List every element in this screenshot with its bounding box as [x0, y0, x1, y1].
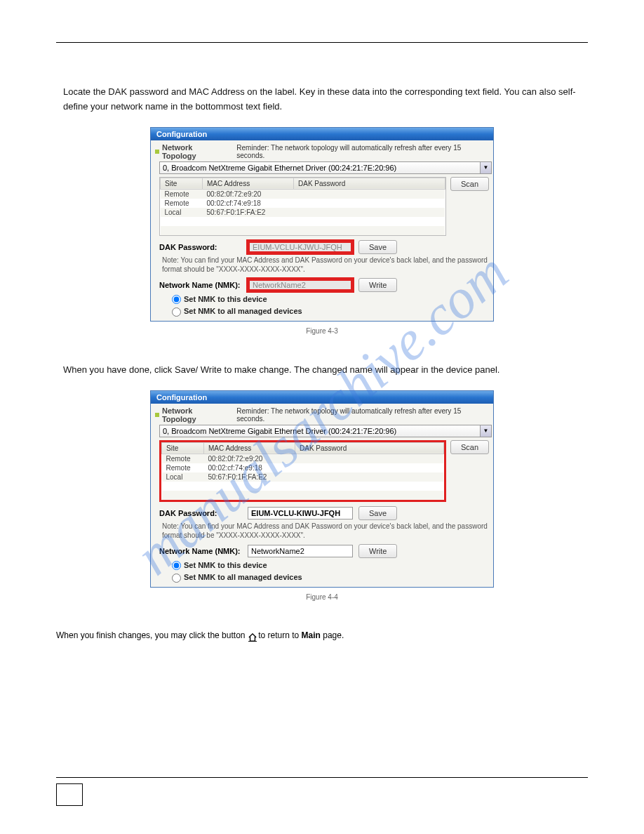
- table-row[interactable]: Remote 00:02:cf:74:e9:18: [162, 463, 444, 472]
- reminder-text: Reminder: The network topology will auto…: [236, 407, 489, 423]
- dropdown-value: 0, Broadcom NetXtreme Gigabit Ethernet D…: [163, 427, 396, 435]
- table-row[interactable]: Local 50:67:F0:1F:FA:E2: [161, 208, 445, 217]
- radio-set-all-devices[interactable]: Set NMK to all managed devices: [172, 573, 489, 583]
- topology-label: Network Topology: [162, 406, 228, 423]
- dak-note: Note: You can find your MAC Address and …: [162, 256, 489, 274]
- nmk-input[interactable]: [248, 279, 353, 291]
- col-mac: MAC Address: [203, 178, 294, 189]
- dak-password-input[interactable]: [248, 507, 353, 519]
- write-button[interactable]: Write: [358, 278, 397, 292]
- intro-paragraph-1: Locate the DAK password and MAC Address …: [63, 85, 581, 114]
- device-table-highlighted[interactable]: Site MAC Address DAK Password Remote 00:…: [159, 440, 446, 502]
- adapter-dropdown[interactable]: 0, Broadcom NetXtreme Gigabit Ethernet D…: [159, 425, 492, 437]
- radio-set-all-devices[interactable]: Set NMK to all managed devices: [172, 307, 489, 317]
- nmk-label: Network Name (NMK):: [159, 547, 242, 555]
- scan-button[interactable]: Scan: [450, 440, 489, 454]
- radio-this-device[interactable]: [172, 295, 181, 304]
- radio-this-device[interactable]: [172, 561, 181, 570]
- col-site: Site: [161, 178, 203, 189]
- window-titlebar: Configuration: [151, 128, 493, 140]
- footer-paragraph: When you finish changes, you may click t…: [56, 629, 588, 642]
- col-mac: MAC Address: [204, 442, 295, 454]
- bullet-icon: [155, 413, 159, 417]
- config-window-1: Configuration Network Topology Reminder:…: [150, 127, 494, 322]
- chevron-down-icon: ▼: [480, 425, 491, 437]
- figure-caption-1: Figure 4-3: [56, 327, 588, 335]
- reminder-text: Reminder: The network topology will auto…: [236, 144, 489, 159]
- table-row[interactable]: Remote 00:02:cf:74:e9:18: [161, 199, 445, 208]
- radio-set-this-device[interactable]: Set NMK to this device: [172, 295, 489, 305]
- nmk-input[interactable]: [248, 545, 353, 557]
- bullet-icon: [155, 150, 159, 154]
- dak-label: DAK Password:: [159, 243, 242, 251]
- save-button[interactable]: Save: [358, 506, 397, 520]
- col-dak: DAK Password: [294, 178, 445, 189]
- intro-paragraph-2: When you have done, click Save/ Write to…: [63, 363, 581, 378]
- table-row[interactable]: Remote 00:82:0f:72:e9:20: [162, 454, 444, 463]
- radio-set-this-device[interactable]: Set NMK to this device: [172, 561, 489, 571]
- window-titlebar: Configuration: [151, 391, 493, 404]
- device-table[interactable]: Site MAC Address DAK Password Remote 00:…: [159, 177, 446, 236]
- dropdown-value: 0, Broadcom NetXtreme Gigabit Ethernet D…: [163, 164, 396, 172]
- radio-all-devices[interactable]: [172, 307, 181, 317]
- radio-all-devices[interactable]: [172, 574, 181, 583]
- config-window-2: Configuration Network Topology Reminder:…: [150, 390, 494, 588]
- col-site: Site: [162, 442, 204, 454]
- table-row[interactable]: Local 50:67:F0:1F:FA:E2: [162, 472, 444, 482]
- topology-label: Network Topology: [162, 143, 228, 160]
- figure-caption-2: Figure 4-4: [56, 593, 588, 601]
- col-dak: DAK Password: [295, 442, 444, 454]
- adapter-dropdown[interactable]: 0, Broadcom NetXtreme Gigabit Ethernet D…: [159, 161, 492, 174]
- page-footer: [56, 777, 588, 806]
- save-button[interactable]: Save: [358, 240, 397, 254]
- chevron-down-icon: ▼: [480, 162, 491, 173]
- header-rule: [56, 42, 588, 43]
- nmk-label: Network Name (NMK):: [159, 281, 242, 289]
- page-number-box: [56, 783, 83, 806]
- write-button[interactable]: Write: [358, 544, 397, 558]
- scan-button[interactable]: Scan: [450, 177, 489, 191]
- dak-password-input[interactable]: [248, 241, 353, 253]
- home-icon: [248, 633, 256, 640]
- dak-note: Note: You can find your MAC Address and …: [162, 522, 489, 540]
- table-row[interactable]: Remote 00:82:0f:72:e9:20: [161, 189, 445, 199]
- dak-label: DAK Password:: [159, 509, 242, 517]
